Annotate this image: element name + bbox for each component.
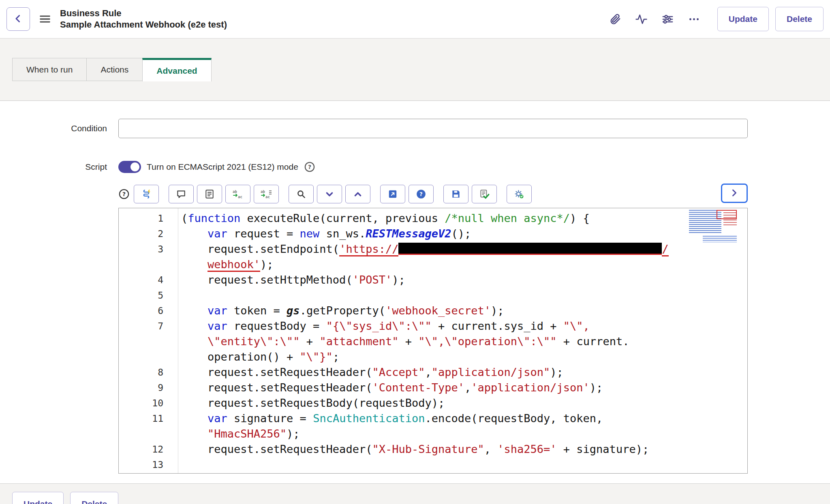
code-row[interactable]: 3request.setEndpoint('https:///	[119, 241, 747, 257]
save-script-button[interactable]	[443, 185, 468, 203]
footer: Update Delete	[0, 484, 830, 504]
code-row[interactable]: 8request.setRequestHeader("Accept","appl…	[119, 365, 747, 380]
condition-label: Condition	[0, 124, 110, 133]
code-row[interactable]: 2var request = new sn_ws.RESTMessageV2()…	[119, 226, 747, 241]
search-icon	[295, 189, 307, 199]
line-number	[119, 257, 178, 272]
replace-icon: abac	[232, 189, 244, 199]
expand-editor-button[interactable]	[721, 184, 748, 203]
line-number: 2	[119, 226, 178, 241]
syntax-script-icon	[141, 189, 152, 199]
code-row[interactable]: 5	[119, 288, 747, 303]
tab-actions[interactable]: Actions	[86, 58, 143, 81]
debug-button[interactable]	[507, 185, 532, 203]
debug-icon	[513, 189, 525, 199]
personalize-button[interactable]	[661, 13, 674, 26]
help-icon[interactable]: ?	[118, 188, 130, 200]
replace-button[interactable]: abac	[225, 185, 250, 203]
condition-input[interactable]	[118, 119, 748, 138]
editor-help-button[interactable]: ?	[409, 185, 434, 203]
chevron-down-icon	[324, 189, 335, 199]
code-row[interactable]: webhook');	[119, 257, 747, 272]
find-previous-button[interactable]	[345, 185, 370, 203]
svg-text:ab: ab	[233, 190, 237, 194]
code-row[interactable]: 13	[119, 457, 747, 472]
comment-icon	[175, 189, 187, 199]
line-number	[119, 426, 178, 442]
replace-all-button[interactable]: abac	[254, 185, 279, 203]
toggle-knob	[130, 162, 139, 171]
search-button[interactable]	[289, 185, 314, 203]
toggle-comment-button[interactable]	[169, 185, 194, 203]
header-icon-buttons	[609, 13, 700, 26]
toolbar-buttons: abacabac?	[134, 185, 532, 203]
code-row[interactable]: 7var requestBody = "{\"sys_id\":\"" + cu…	[119, 318, 747, 334]
header-update-button[interactable]: Update	[717, 7, 769, 31]
line-number: 4	[119, 272, 178, 288]
open-in-new-window-button[interactable]	[380, 185, 405, 203]
line-number	[119, 334, 178, 349]
paperclip-icon	[609, 13, 621, 26]
line-number: 5	[119, 288, 178, 303]
line-number: 10	[119, 395, 178, 411]
minimap[interactable]	[689, 210, 737, 233]
find-next-button[interactable]	[317, 185, 342, 203]
tab-advanced[interactable]: Advanced	[142, 58, 211, 81]
minimap-fragment	[703, 236, 737, 242]
code-row[interactable]: 6var token = gs.getProperty('webhook_sec…	[119, 303, 747, 318]
form-panel: Condition Script Turn on ECMAScript 2021…	[0, 100, 830, 484]
code-row[interactable]: "HmacSHA256");	[119, 426, 747, 442]
code-row[interactable]: 12request.setRequestHeader("X-Hub-Signat…	[119, 442, 747, 457]
menu-icon[interactable]	[38, 12, 52, 26]
redacted-text	[398, 243, 662, 255]
line-number: 7	[119, 318, 178, 334]
line-number: 11	[119, 411, 178, 426]
back-button[interactable]	[6, 7, 30, 31]
line-number: 1	[119, 211, 178, 226]
footer-update-button[interactable]: Update	[12, 492, 64, 504]
open-new-window-icon	[387, 189, 398, 199]
line-number: 3	[119, 241, 178, 257]
chevron-left-icon	[12, 13, 24, 26]
footer-delete-button[interactable]: Delete	[70, 492, 118, 504]
code-row[interactable]: \"entity\":\"" + "attachment" + "\",\"op…	[119, 334, 747, 349]
tab-when-to-run[interactable]: When to run	[12, 58, 87, 81]
activity-icon	[635, 13, 648, 26]
svg-text:ac: ac	[265, 195, 270, 199]
code-row[interactable]: operation() + "\"}";	[119, 349, 747, 365]
script-editor[interactable]: 1(function executeRule(current, previous…	[118, 208, 748, 474]
code-area[interactable]: 1(function executeRule(current, previous…	[119, 208, 747, 472]
code-row[interactable]: 4request.setHttpMethod('POST');	[119, 272, 747, 288]
activity-stream-button[interactable]	[635, 13, 648, 26]
syntax-editor-toggle-button[interactable]	[134, 185, 159, 203]
line-number	[119, 349, 178, 365]
sliders-icon	[661, 13, 674, 26]
document-lines-icon	[204, 189, 215, 199]
code-row[interactable]: 10request.setRequestBody(requestBody);	[119, 395, 747, 411]
editor-toolbar: ? abacabac?	[118, 184, 748, 205]
record-type: Business Rule	[60, 8, 227, 19]
more-options-button[interactable]	[688, 13, 700, 26]
code-row[interactable]: 11var signature = SncAuthentication.enco…	[119, 411, 747, 426]
syntax-check-button[interactable]	[472, 185, 497, 203]
code-row[interactable]: 9request.setRequestHeader('Content-Type'…	[119, 380, 747, 395]
minimap-highlight	[717, 210, 737, 219]
svg-text:?: ?	[308, 164, 311, 170]
script-row: Script Turn on ECMAScript 2021 (ES12) mo…	[0, 161, 830, 173]
script-check-icon	[479, 189, 490, 199]
help-filled-icon: ?	[415, 189, 427, 199]
es-mode-toggle[interactable]	[118, 161, 141, 173]
attachment-button[interactable]	[609, 13, 621, 26]
code-row[interactable]: 1(function executeRule(current, previous…	[119, 211, 747, 226]
header-delete-button[interactable]: Delete	[775, 7, 824, 31]
format-document-button[interactable]	[197, 185, 222, 203]
svg-text:?: ?	[122, 191, 126, 197]
es-mode-label: Turn on ECMAScript 2021 (ES12) mode	[147, 162, 298, 172]
tab-band: When to runActionsAdvanced	[0, 58, 830, 100]
save-icon	[450, 189, 462, 199]
svg-text:ab: ab	[261, 190, 265, 194]
help-icon[interactable]: ?	[304, 161, 315, 173]
header-actions: Update Delete	[609, 7, 824, 31]
record-title: Business Rule Sample Attachment Webhook …	[60, 8, 227, 30]
line-number: 6	[119, 303, 178, 318]
